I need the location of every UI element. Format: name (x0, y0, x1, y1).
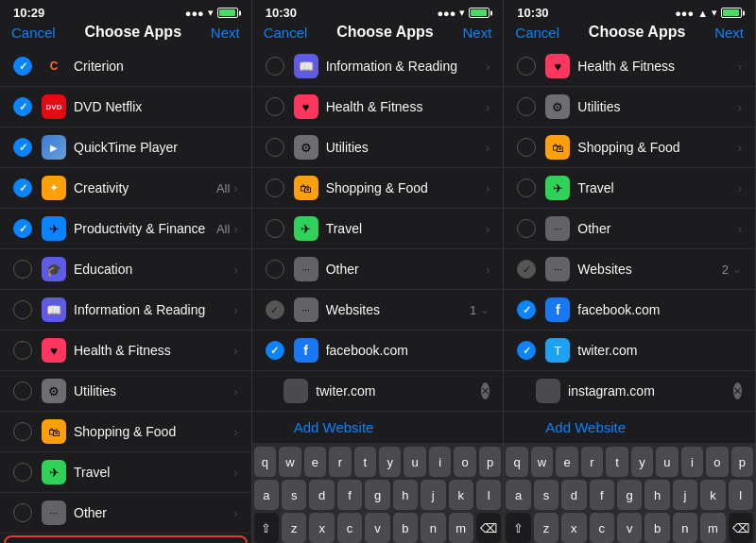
check-travel3[interactable] (517, 178, 536, 197)
check-travel2[interactable] (266, 219, 284, 238)
key-shift-2[interactable]: ⇧ (254, 513, 279, 543)
list-item-facebook2[interactable]: f facebook.com (252, 331, 504, 371)
cancel-button-3[interactable]: Cancel (515, 25, 559, 41)
key-s-2[interactable]: s (282, 480, 306, 510)
key-e-2[interactable]: e (304, 447, 326, 477)
check-travel[interactable] (13, 463, 32, 482)
cancel-button-2[interactable]: Cancel (264, 25, 308, 41)
next-button-2[interactable]: Next (463, 25, 492, 41)
next-button-3[interactable]: Next (714, 25, 744, 41)
clear-instagram-3[interactable]: ✕ (733, 382, 742, 399)
list-item-shopping3[interactable]: 🛍 Shopping & Food › (504, 127, 755, 168)
key-m-3[interactable]: m (700, 513, 725, 543)
key-o-2[interactable]: o (454, 447, 475, 477)
list-item-websites2[interactable]: ··· Websites 1 ⌄ (252, 290, 504, 331)
check-education[interactable] (13, 260, 32, 279)
list-item-utilities2[interactable]: ⚙ Utilities › (252, 127, 504, 168)
list-item-health2[interactable]: ♥ Health & Fitness › (252, 87, 504, 127)
key-z-2[interactable]: z (282, 513, 306, 543)
key-q-3[interactable]: q (506, 447, 527, 477)
list-item-other3[interactable]: ··· Other › (504, 209, 755, 249)
check-facebook2[interactable] (266, 341, 284, 360)
key-z-3[interactable]: z (534, 513, 558, 543)
key-a-3[interactable]: a (506, 480, 530, 510)
check-utilities[interactable] (13, 382, 32, 400)
check-websites2[interactable] (266, 300, 284, 319)
key-r-3[interactable]: r (581, 447, 603, 477)
list-item-shopping2[interactable]: 🛍 Shopping & Food › (252, 168, 504, 209)
key-j-3[interactable]: j (673, 480, 697, 510)
key-s-3[interactable]: s (534, 480, 558, 510)
list-item-websites[interactable]: ··· Websites ⌄ (6, 537, 246, 543)
key-k-3[interactable]: k (700, 480, 725, 510)
list-item-reading[interactable]: 📖 Information & Reading › (0, 290, 251, 331)
key-shift-3[interactable]: ⇧ (506, 513, 530, 543)
key-p-3[interactable]: p (731, 447, 753, 477)
key-i-2[interactable]: i (429, 447, 451, 477)
key-x-3[interactable]: x (561, 513, 586, 543)
key-p-2[interactable]: p (479, 447, 501, 477)
key-v-2[interactable]: v (365, 513, 389, 543)
key-l-3[interactable]: l (729, 480, 753, 510)
check-health3[interactable] (517, 57, 536, 76)
key-e-3[interactable]: e (556, 447, 577, 477)
check-reading[interactable] (13, 300, 32, 319)
key-j-2[interactable]: j (421, 480, 445, 510)
key-g-3[interactable]: g (617, 480, 642, 510)
list-item-education[interactable]: 🎓 Education › (0, 249, 251, 290)
key-q-2[interactable]: q (254, 447, 276, 477)
check-utilities3[interactable] (517, 97, 536, 116)
key-x-2[interactable]: x (309, 513, 334, 543)
twitter-input-2[interactable] (316, 383, 481, 399)
list-item-criterion[interactable]: C Criterion (0, 46, 251, 87)
add-website-link-2[interactable]: Add Website (252, 412, 504, 443)
key-c-3[interactable]: c (590, 513, 614, 543)
key-i-3[interactable]: i (681, 447, 703, 477)
key-l-2[interactable]: l (476, 480, 501, 510)
check-health2[interactable] (266, 97, 284, 116)
list-item-utilities3[interactable]: ⚙ Utilities › (504, 87, 755, 127)
next-button-1[interactable]: Next (211, 25, 240, 41)
key-n-2[interactable]: n (421, 513, 445, 543)
add-website-link-3[interactable]: Add Website (504, 412, 755, 443)
key-n-3[interactable]: n (673, 513, 697, 543)
key-d-3[interactable]: d (561, 480, 586, 510)
list-item-other2[interactable]: ··· Other › (252, 249, 504, 290)
check-twitter3[interactable] (517, 341, 536, 360)
key-c-2[interactable]: c (337, 513, 362, 543)
check-shopping3[interactable] (517, 138, 536, 157)
key-g-2[interactable]: g (365, 480, 389, 510)
list-item-travel3[interactable]: ✈ Travel › (504, 168, 755, 209)
list-item-productivity[interactable]: ✈ Productivity & Finance All › (0, 209, 251, 249)
key-w-2[interactable]: w (279, 447, 301, 477)
list-item-shopping[interactable]: 🛍 Shopping & Food › (0, 412, 251, 452)
key-u-2[interactable]: u (404, 447, 425, 477)
key-delete-3[interactable]: ⌫ (729, 513, 753, 543)
check-other[interactable] (13, 503, 32, 522)
instagram-input-3[interactable] (568, 383, 733, 399)
key-b-2[interactable]: b (393, 513, 418, 543)
key-b-3[interactable]: b (644, 513, 669, 543)
list-item-quicktime[interactable]: ▶ QuickTime Player (0, 127, 251, 168)
key-a-2[interactable]: a (254, 480, 279, 510)
check-other3[interactable] (517, 219, 536, 238)
check-dvd[interactable] (13, 97, 32, 116)
check-facebook3[interactable] (517, 300, 536, 319)
key-f-3[interactable]: f (590, 480, 614, 510)
check-shopping[interactable] (13, 422, 32, 441)
check-criterion[interactable] (13, 57, 32, 76)
key-f-2[interactable]: f (337, 480, 362, 510)
list-item-travel[interactable]: ✈ Travel › (0, 452, 251, 493)
key-v-3[interactable]: v (617, 513, 642, 543)
list-item-reading2[interactable]: 📖 Information & Reading › (252, 46, 504, 87)
list-item-twitter3[interactable]: T twiter.com (504, 331, 755, 371)
list-item-utilities[interactable]: ⚙ Utilities › (0, 371, 251, 412)
key-u-3[interactable]: u (656, 447, 678, 477)
list-item-other[interactable]: ··· Other › (0, 493, 251, 534)
check-shopping2[interactable] (266, 178, 284, 197)
list-item-travel2[interactable]: ✈ Travel › (252, 209, 504, 249)
key-delete-2[interactable]: ⌫ (476, 513, 501, 543)
check-productivity[interactable] (13, 219, 32, 238)
list-item-websites3[interactable]: ··· Websites 2 ⌄ (504, 249, 755, 290)
key-h-2[interactable]: h (393, 480, 418, 510)
